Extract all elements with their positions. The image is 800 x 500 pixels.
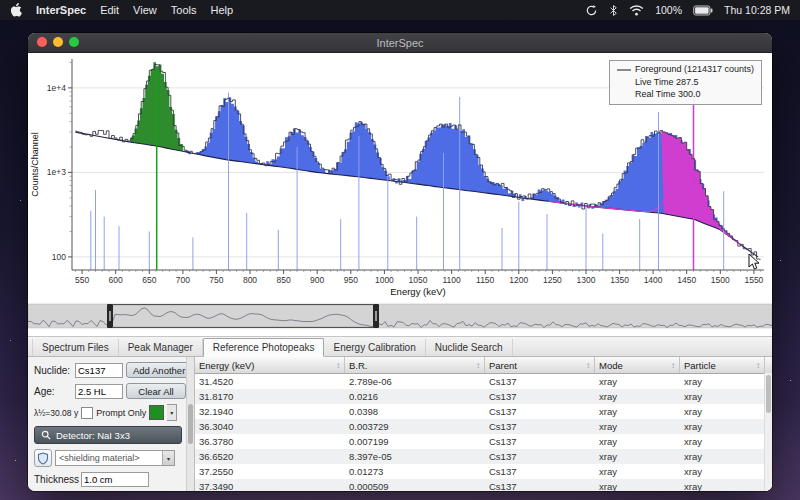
x-tick-label: 1350 (610, 275, 629, 285)
table-cell: 0.0216 (345, 391, 485, 402)
sort-icon[interactable]: ↕ (476, 361, 480, 370)
spectrum-overview-strip[interactable] (28, 302, 772, 336)
table-cell: Cs137 (485, 391, 595, 402)
prompt-only-checkbox[interactable] (81, 407, 93, 419)
tab-energy-calibration[interactable]: Energy Calibration (324, 339, 425, 356)
table-row[interactable]: 37.25500.01273Cs137xrayxray (195, 464, 772, 479)
x-tick-label: 1400 (644, 275, 663, 285)
x-tick-label: 600 (109, 275, 123, 285)
thickness-input[interactable] (81, 472, 149, 487)
rotate-icon[interactable] (585, 4, 598, 17)
minimize-button[interactable] (53, 37, 63, 47)
tab-spectrum-files[interactable]: Spectrum Files (32, 339, 119, 356)
table-row[interactable]: 32.19400.0398Cs137xrayxray (195, 404, 772, 419)
close-button[interactable] (37, 37, 47, 47)
table-cell: Cs137 (485, 376, 595, 387)
column-header-label: Parent (489, 360, 517, 371)
chart-legend: Foreground (1214317 counts) Live Time 28… (609, 60, 762, 105)
slider-handle-right-grip (375, 311, 376, 321)
table-scrollbar[interactable] (764, 373, 772, 491)
age-label: Age: (34, 386, 72, 397)
x-tick-label: 1500 (711, 275, 730, 285)
table-cell: xray (680, 376, 765, 387)
x-tick-label: 1100 (442, 275, 461, 285)
overview-svg[interactable] (28, 302, 772, 332)
menu-item-app-name[interactable]: InterSpec (36, 4, 86, 16)
x-tick-label: 800 (243, 275, 257, 285)
sort-icon[interactable]: ↕ (756, 361, 760, 370)
menu-item-help[interactable]: Help (210, 4, 233, 16)
table-cell: Cs137 (485, 466, 595, 477)
x-tick-label: 1150 (476, 275, 495, 285)
swatch-dropdown-arrow[interactable]: ▾ (167, 404, 177, 421)
apple-menu-icon[interactable] (10, 3, 22, 17)
clear-all-button[interactable]: Clear All (126, 383, 186, 399)
menu-item-tools[interactable]: Tools (171, 4, 197, 16)
y-tick-label: 1e+4 (47, 83, 66, 93)
x-tick-label: 1200 (509, 275, 528, 285)
reference-photopeaks-tool: Nuclide: Add Another Age: Clear All λ½=3… (28, 357, 772, 491)
table-row[interactable]: 31.81700.0216Cs137xrayxray (195, 389, 772, 404)
y-tick-label: 100 (52, 252, 66, 262)
table-cell: 37.3490 (195, 481, 345, 491)
age-input[interactable] (75, 384, 123, 399)
sort-icon[interactable]: ↕ (336, 361, 340, 370)
spectrum-chart[interactable]: 1001e+31e+455060065070075080085090095010… (28, 53, 772, 302)
column-header-b-r[interactable]: B.R.↕ (345, 357, 485, 373)
table-cell: 0.0398 (345, 406, 485, 417)
menu-bar: InterSpec Edit View Tools Help 100% Thu … (0, 0, 800, 20)
reference-color-swatch[interactable] (149, 405, 164, 420)
window-title: InterSpec (28, 37, 772, 49)
table-row[interactable]: 31.45202.789e-06Cs137xrayxray (195, 374, 772, 389)
x-tick-label: 1050 (409, 275, 428, 285)
zoom-button[interactable] (69, 37, 79, 47)
halflife-label: λ½=30.08 y (34, 408, 78, 418)
table-scrollbar-thumb[interactable] (766, 375, 771, 413)
sort-icon[interactable]: ↕ (586, 361, 590, 370)
magnifier-icon (41, 430, 51, 440)
x-tick-label: 1550 (744, 275, 763, 285)
shielding-material-select[interactable]: <shielding material> ▾ (55, 450, 175, 466)
detector-button[interactable]: Detector: NaI 3x3 (34, 426, 182, 444)
shielding-button[interactable] (34, 449, 52, 467)
column-header-mode[interactable]: Mode↕ (595, 357, 680, 373)
wifi-icon[interactable] (629, 5, 644, 16)
sort-icon[interactable]: ↕ (671, 361, 675, 370)
column-header-parent[interactable]: Parent↕ (485, 357, 595, 373)
menu-item-edit[interactable]: Edit (100, 4, 119, 16)
reference-photopeaks-panel: Nuclide: Add Another Age: Clear All λ½=3… (28, 357, 194, 491)
table-cell: 0.000509 (345, 481, 485, 491)
table-row[interactable]: 36.37800.007199Cs137xrayxray (195, 434, 772, 449)
table-row[interactable]: 37.34900.000509Cs137xrayxray (195, 479, 772, 491)
column-header-particle[interactable]: Particle↕ (680, 357, 765, 373)
tab-reference-photopeaks[interactable]: Reference Photopeaks (203, 338, 325, 357)
menu-item-view[interactable]: View (133, 4, 157, 16)
table-cell: xray (595, 391, 680, 402)
column-header-energy-kev[interactable]: Energy (keV)↕ (195, 357, 345, 373)
table-row[interactable]: 36.65208.397e-05Cs137xrayxray (195, 449, 772, 464)
window-titlebar[interactable]: InterSpec (28, 33, 772, 53)
table-cell: xray (680, 466, 765, 477)
x-axis-label: Energy (keV) (390, 286, 445, 297)
detector-button-label: Detector: NaI 3x3 (56, 430, 130, 441)
tab-peak-manager[interactable]: Peak Manager (119, 339, 203, 356)
nuclide-input[interactable] (75, 363, 123, 378)
photopeak-table-body: 31.45202.789e-06Cs137xrayxray31.81700.02… (195, 374, 772, 491)
table-cell: xray (595, 376, 680, 387)
table-row[interactable]: 36.30400.003729Cs137xrayxray (195, 419, 772, 434)
table-cell: xray (680, 391, 765, 402)
panel-scrollbar-thumb[interactable] (188, 404, 193, 444)
overview-background (28, 304, 772, 328)
table-cell: xray (595, 406, 680, 417)
menu-clock[interactable]: Thu 10:28 PM (724, 4, 790, 16)
table-cell: 31.8170 (195, 391, 345, 402)
x-tick-label: 850 (277, 275, 291, 285)
legend-line-swatch (617, 69, 631, 71)
shield-icon (37, 452, 49, 465)
battery-icon[interactable] (693, 5, 713, 16)
add-another-button[interactable]: Add Another (126, 362, 192, 378)
tab-nuclide-search[interactable]: Nuclide Search (426, 339, 513, 356)
bluetooth-icon[interactable] (609, 4, 618, 17)
panel-scrollbar[interactable] (186, 357, 194, 491)
x-tick-label: 550 (75, 275, 89, 285)
